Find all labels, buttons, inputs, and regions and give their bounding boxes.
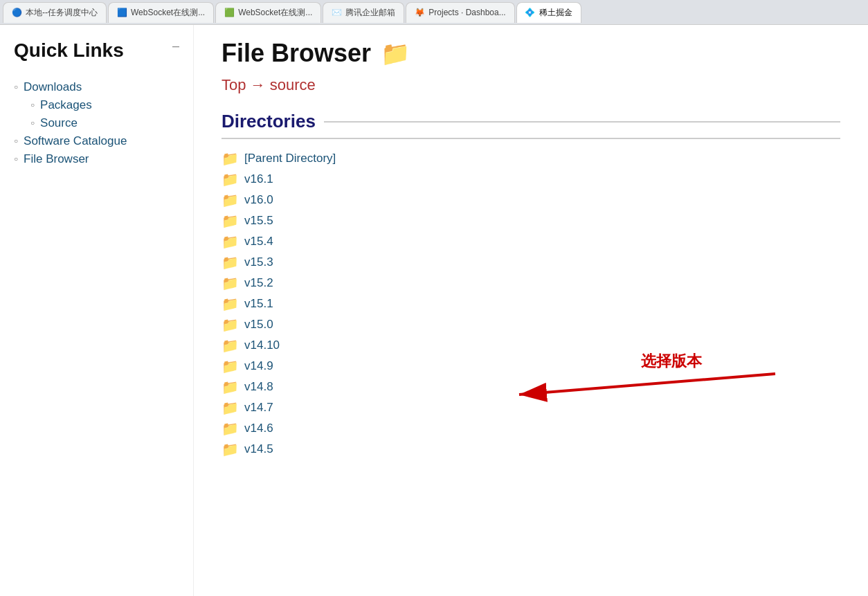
folder-icon-14: 📁	[221, 441, 239, 458]
dir-item-10: 📁 v14.9	[221, 358, 840, 374]
nav-sublist-0: ○ Packages ○ Source	[14, 98, 179, 130]
nav-item-0: ○ Downloads ○ Packages ○ Source	[14, 80, 179, 130]
tab-favicon: ✉️	[332, 8, 341, 17]
nav-item-2: ○ File Browser	[14, 152, 179, 166]
nav-bullet: ○	[14, 83, 18, 91]
dir-link-14[interactable]: v14.5	[244, 442, 273, 456]
dir-link-9[interactable]: v14.10	[244, 338, 280, 352]
dir-item-7: 📁 v15.1	[221, 296, 840, 312]
nav-level1-row: ○ File Browser	[14, 152, 179, 166]
breadcrumb-source-link[interactable]: source	[270, 76, 316, 93]
folder-icon-7: 📁	[221, 296, 239, 312]
folder-icon-11: 📁	[221, 379, 239, 395]
nav-link-1[interactable]: Software Catalogue	[24, 134, 127, 148]
tab-label: 腾讯企业邮箱	[345, 7, 395, 19]
dir-link-4[interactable]: v15.4	[244, 235, 273, 249]
main-content: File Browser 📁 Top → source Directories …	[194, 25, 868, 596]
dir-link-0[interactable]: [Parent Directory]	[244, 152, 336, 165]
nav-link-0[interactable]: Downloads	[24, 80, 82, 94]
breadcrumb: Top → source	[221, 76, 840, 94]
dir-item-6: 📁 v15.2	[221, 275, 840, 291]
browser-tab-tab6[interactable]: 💠稀土掘金	[516, 2, 581, 23]
dir-link-8[interactable]: v15.0	[244, 318, 273, 332]
nav-item-1: ○ Software Catalogue	[14, 134, 179, 148]
nav-level1-row: ○ Software Catalogue	[14, 134, 179, 148]
dir-item-5: 📁 v15.3	[221, 254, 840, 271]
nav-subitem-0-0: ○ Packages	[14, 98, 179, 112]
annotation-area: 📁 [Parent Directory] 📁 v16.1 📁 v16.0 📁 v…	[221, 150, 840, 458]
dir-link-11[interactable]: v14.8	[244, 380, 273, 394]
tab-label: 本地--任务调度中心	[26, 7, 98, 19]
nav-sub-link-0-0[interactable]: Packages	[40, 98, 92, 112]
page-title: File Browser	[221, 39, 371, 68]
folder-icon-3: 📁	[221, 213, 239, 229]
dir-item-9: 📁 v14.10	[221, 337, 840, 354]
browser-tab-bar: 🔵本地--任务调度中心🟦WebSocket在线测...🟩WebSocket在线测…	[0, 0, 868, 25]
folder-icon-0: 📁	[221, 150, 239, 167]
sidebar-title: Quick Links	[14, 39, 124, 62]
folder-icon-12: 📁	[221, 399, 239, 416]
dir-item-13: 📁 v14.6	[221, 420, 840, 437]
nav-sub-bullet: ○	[30, 101, 35, 109]
dir-item-1: 📁 v16.1	[221, 171, 840, 188]
tab-label: Projects · Dashboa...	[428, 8, 505, 17]
dir-item-8: 📁 v15.0	[221, 316, 840, 333]
dir-link-2[interactable]: v16.0	[244, 193, 273, 207]
folder-icon-2: 📁	[221, 192, 239, 208]
folder-icon-4: 📁	[221, 233, 239, 250]
nav-sub-link-0-1[interactable]: Source	[40, 116, 78, 130]
dir-item-4: 📁 v15.4	[221, 233, 840, 250]
dir-link-7[interactable]: v15.1	[244, 297, 273, 311]
tab-label: WebSocket在线测...	[131, 7, 205, 19]
nav-level2-row: ○ Packages	[14, 98, 179, 112]
tab-label: 稀土掘金	[539, 7, 572, 19]
breadcrumb-top-link[interactable]: Top	[221, 76, 246, 93]
dir-item-3: 📁 v15.5	[221, 213, 840, 229]
folder-icon-6: 📁	[221, 275, 239, 291]
folder-icon-8: 📁	[221, 316, 239, 333]
sidebar: Quick Links – ○ Downloads ○ Packages ○ S…	[0, 25, 194, 596]
tab-favicon: 🟦	[117, 8, 127, 17]
tab-favicon: 🔵	[12, 8, 21, 17]
dir-link-1[interactable]: v16.1	[244, 172, 273, 186]
tab-favicon: 💠	[525, 8, 535, 17]
folder-icon-13: 📁	[221, 420, 239, 437]
dir-link-13[interactable]: v14.6	[244, 422, 273, 435]
nav-bullet: ○	[14, 155, 18, 163]
folder-icon-9: 📁	[221, 337, 239, 354]
nav-sub-bullet: ○	[30, 119, 35, 127]
dir-link-12[interactable]: v14.7	[244, 401, 273, 415]
dir-link-6[interactable]: v15.2	[244, 276, 273, 290]
tab-label: WebSocket在线测...	[238, 7, 312, 19]
nav-subitem-0-1: ○ Source	[14, 116, 179, 130]
browser-tab-tab5[interactable]: 🦊Projects · Dashboa...	[406, 2, 514, 23]
browser-tab-tab1[interactable]: 🔵本地--任务调度中心	[3, 2, 107, 23]
directory-list: 📁 [Parent Directory] 📁 v16.1 📁 v16.0 📁 v…	[221, 150, 840, 458]
dir-link-10[interactable]: v14.9	[244, 359, 273, 373]
nav-link-2[interactable]: File Browser	[24, 152, 89, 166]
nav-level2-row: ○ Source	[14, 116, 179, 130]
folder-icon-1: 📁	[221, 171, 239, 188]
dir-link-5[interactable]: v15.3	[244, 255, 273, 269]
browser-tab-tab2[interactable]: 🟦WebSocket在线测...	[108, 2, 214, 23]
folder-icon-5: 📁	[221, 254, 239, 271]
browser-tab-tab4[interactable]: ✉️腾讯企业邮箱	[323, 2, 404, 23]
dir-item-11: 📁 v14.8	[221, 379, 840, 395]
folder-icon-large: 📁	[381, 39, 410, 67]
dir-item-14: 📁 v14.5	[221, 441, 840, 458]
sidebar-title-row: Quick Links –	[14, 39, 179, 76]
page-header: File Browser 📁	[221, 39, 840, 68]
dir-link-3[interactable]: v15.5	[244, 214, 273, 228]
browser-tab-tab3[interactable]: 🟩WebSocket在线测...	[215, 2, 321, 23]
dir-item-0: 📁 [Parent Directory]	[221, 150, 840, 167]
sidebar-collapse-button[interactable]: –	[172, 39, 179, 53]
folder-icon-10: 📁	[221, 358, 239, 374]
nav-bullet: ○	[14, 137, 18, 145]
directories-heading: Directories	[221, 111, 840, 139]
nav-level1-row: ○ Downloads	[14, 80, 179, 94]
breadcrumb-arrow: →	[251, 76, 266, 93]
dir-item-12: 📁 v14.7	[221, 399, 840, 416]
tab-favicon: 🦊	[415, 8, 424, 17]
nav-list: ○ Downloads ○ Packages ○ Source ○ Softwa…	[14, 80, 179, 166]
tab-favicon: 🟩	[224, 8, 234, 17]
